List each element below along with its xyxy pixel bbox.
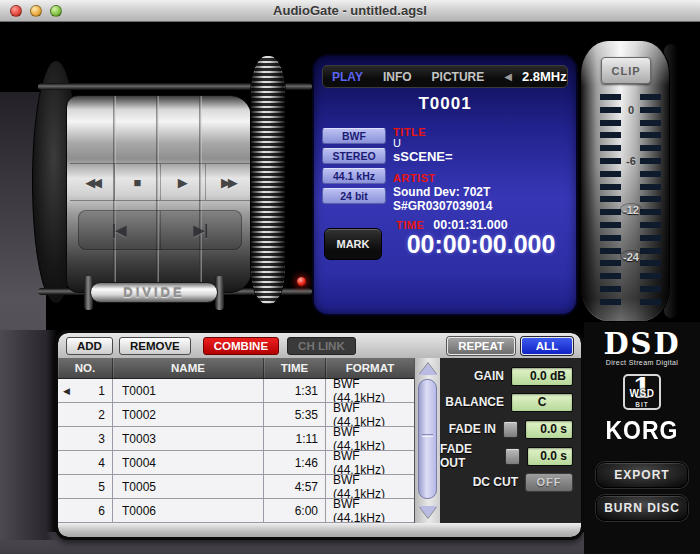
- gain-label: GAIN: [474, 369, 504, 383]
- remove-button[interactable]: REMOVE: [119, 337, 191, 355]
- row-no: 1: [98, 384, 105, 398]
- table-row[interactable]: ◀1 T0001 1:31 BWF (44.1kHz): [58, 379, 414, 403]
- meter-scale-24: -24: [620, 250, 642, 262]
- fade-in-value: 0.0 s: [540, 422, 567, 436]
- fade-out-field[interactable]: 0.0 s: [527, 447, 573, 466]
- scrollbar-grip: [422, 434, 433, 437]
- close-button[interactable]: [10, 5, 22, 17]
- clip-indicator: CLIP: [601, 57, 651, 84]
- ch-link-button[interactable]: CH LINK: [287, 337, 356, 355]
- playlist-table: NO. NAME TIME FORMAT ◀1 T0001 1:31 BWF (…: [58, 358, 414, 523]
- badge-channels: STEREO: [322, 148, 386, 164]
- row-format: BWF (44.1kHz): [326, 427, 414, 450]
- artist-label: ARTIST: [393, 172, 573, 184]
- row-time: 1:46: [264, 451, 326, 474]
- dc-cut-button[interactable]: OFF: [525, 473, 573, 492]
- jog-wheel[interactable]: [250, 55, 286, 305]
- track-title: T0001: [314, 94, 576, 114]
- korg-logo: KORG: [584, 415, 700, 446]
- row-format: BWF (44.1kHz): [326, 379, 414, 402]
- remove-label: REMOVE: [130, 340, 180, 352]
- display-tabbar: PLAY INFO PICTURE ◀ 2.8MHz: [322, 65, 568, 88]
- zoom-button[interactable]: [50, 5, 62, 17]
- record-led: [297, 277, 306, 286]
- table-row[interactable]: 5 T0005 4:57 BWF (44.1kHz): [58, 475, 414, 499]
- row-format: BWF (44.1kHz): [326, 475, 414, 498]
- add-button[interactable]: ADD: [66, 337, 113, 355]
- repeat-label: REPEAT: [458, 340, 504, 352]
- fade-out-label: FADE OUT: [440, 442, 498, 470]
- playlist-panel: ADD REMOVE COMBINE CH LINK REPEAT ALL NO…: [55, 330, 584, 540]
- fast-forward-icon: ▶▶: [221, 175, 235, 190]
- all-button[interactable]: ALL: [521, 337, 573, 355]
- fade-in-field[interactable]: 0.0 s: [525, 420, 573, 439]
- previous-track-icon: |◀: [112, 222, 127, 238]
- scroll-down-icon[interactable]: [419, 506, 437, 518]
- export-label: EXPORT: [614, 468, 669, 482]
- play-button[interactable]: ▶: [160, 164, 205, 200]
- playlist-toolbar: ADD REMOVE COMBINE CH LINK REPEAT ALL: [58, 333, 581, 358]
- meter-leds-left: [600, 94, 621, 311]
- scrollbar-thumb[interactable]: [418, 379, 437, 499]
- speaker-icon[interactable]: ◀: [504, 71, 512, 82]
- table-row[interactable]: 6 T0006 6:00 BWF (44.1kHz): [58, 499, 414, 523]
- table-row[interactable]: 4 T0004 1:46 BWF (44.1kHz): [58, 451, 414, 475]
- minimize-button[interactable]: [30, 5, 42, 17]
- table-header: NO. NAME TIME FORMAT: [58, 358, 414, 379]
- next-track-icon: ▶|: [193, 222, 208, 238]
- playlist-scrollbar[interactable]: [414, 358, 440, 523]
- sample-rate-readout: 2.8MHz: [522, 69, 567, 84]
- repeat-button[interactable]: REPEAT: [447, 337, 515, 355]
- mark-label: MARK: [337, 238, 370, 250]
- fade-out-toggle[interactable]: [505, 448, 519, 465]
- panel-footer: [58, 523, 581, 537]
- badge-bitdepth: 24 bit: [322, 188, 386, 204]
- fade-out-value: 0.0 s: [540, 449, 567, 463]
- tab-play[interactable]: PLAY: [332, 70, 363, 84]
- wsd-text: WSD: [625, 388, 659, 399]
- next-track-button[interactable]: ▶|: [160, 211, 242, 249]
- fade-in-toggle[interactable]: [503, 421, 518, 438]
- dsd-subtitle: Direct Stream Digital: [584, 359, 700, 366]
- row-time: 1:31: [264, 379, 326, 402]
- scroll-up-icon[interactable]: [419, 363, 437, 375]
- row-name: T0005: [113, 475, 264, 498]
- clip-label: CLIP: [611, 65, 640, 77]
- add-label: ADD: [77, 340, 102, 352]
- row-time: 6:00: [264, 499, 326, 522]
- window-title: AudioGate - untitled.agsl: [0, 3, 700, 18]
- row-time: 4:57: [264, 475, 326, 498]
- divide-button[interactable]: DIVIDE: [90, 282, 218, 303]
- burn-disc-button[interactable]: BURN DISC: [596, 495, 688, 521]
- row-name: T0006: [113, 499, 264, 522]
- divide-label: DIVIDE: [123, 285, 184, 300]
- dc-cut-label: DC CUT: [473, 475, 518, 489]
- table-row[interactable]: 2 T0002 5:35 BWF (44.1kHz): [58, 403, 414, 427]
- tab-info[interactable]: INFO: [383, 70, 412, 84]
- row-format: BWF (44.1kHz): [326, 403, 414, 426]
- all-label: ALL: [536, 340, 558, 352]
- row-time: 1:11: [264, 427, 326, 450]
- badge-format: BWF: [322, 128, 386, 144]
- balance-field[interactable]: C: [511, 393, 573, 412]
- gain-field[interactable]: 0.0 dB: [511, 367, 573, 386]
- export-button[interactable]: EXPORT: [596, 462, 688, 488]
- row-name: T0002: [113, 403, 264, 426]
- table-row[interactable]: 3 T0003 1:11 BWF (44.1kHz): [58, 427, 414, 451]
- fast-forward-button[interactable]: ▶▶: [205, 164, 250, 200]
- row-format: BWF (44.1kHz): [326, 451, 414, 474]
- tab-picture[interactable]: PICTURE: [432, 70, 485, 84]
- playlist-body: NO. NAME TIME FORMAT ◀1 T0001 1:31 BWF (…: [58, 358, 581, 523]
- artist-value: Sound Dev: 702T S#GR0307039014: [393, 185, 573, 213]
- row-no: 6: [98, 504, 105, 518]
- stop-button[interactable]: ■: [114, 164, 159, 200]
- previous-track-button[interactable]: |◀: [79, 211, 160, 249]
- wsd-bit: BIT: [625, 401, 659, 408]
- rewind-button[interactable]: ◀◀: [70, 164, 114, 200]
- burn-disc-label: BURN DISC: [604, 501, 680, 515]
- time-current: 00:00:00.000: [388, 230, 574, 259]
- mark-button[interactable]: MARK: [324, 228, 382, 260]
- track-skip-controls: |◀ ▶|: [78, 210, 242, 250]
- title-label: TITLE: [393, 126, 573, 138]
- combine-button[interactable]: COMBINE: [203, 337, 279, 355]
